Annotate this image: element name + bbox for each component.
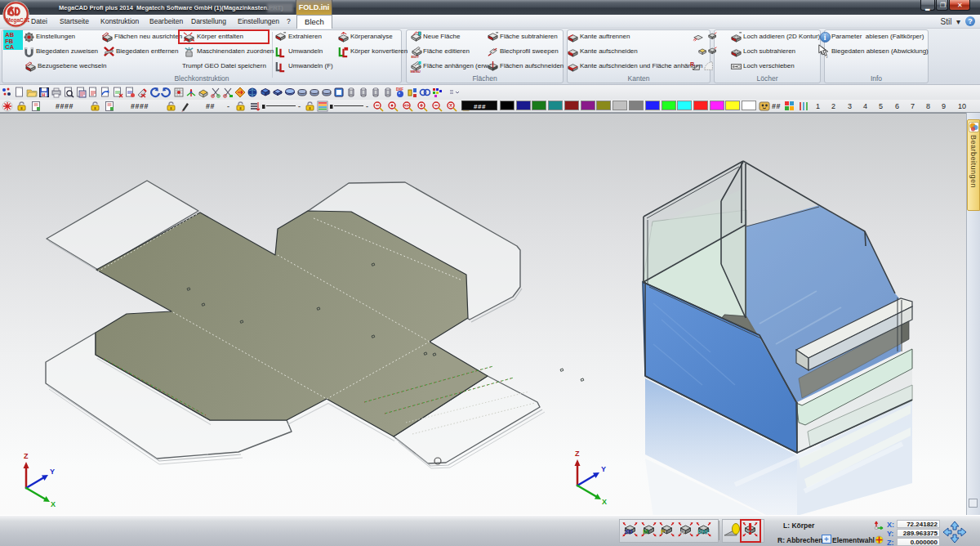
svg-text:X: X <box>51 500 56 508</box>
svg-text:P: P <box>662 528 666 535</box>
svg-text:i: i <box>824 34 826 42</box>
svg-text:MENU: MENU <box>410 69 420 73</box>
svg-text:MegaCAD: MegaCAD <box>7 17 30 24</box>
svg-text:Y: Y <box>50 468 55 476</box>
svg-text:M: M <box>644 528 649 535</box>
svg-text:R: R <box>690 61 694 67</box>
svg-text:EDIT: EDIT <box>411 55 419 58</box>
svg-text:A: A <box>680 528 685 535</box>
svg-text:Z: Z <box>575 450 580 458</box>
svg-text:X: X <box>602 498 607 506</box>
svg-text:DXF: DXF <box>396 87 403 92</box>
svg-text:2D: 2D <box>625 528 633 535</box>
svg-text:DXF: DXF <box>698 529 710 535</box>
svg-text:Z: Z <box>24 452 29 460</box>
svg-text:Y: Y <box>601 465 606 473</box>
svg-text:H: H <box>42 92 46 97</box>
svg-text:CA: CA <box>5 43 14 50</box>
